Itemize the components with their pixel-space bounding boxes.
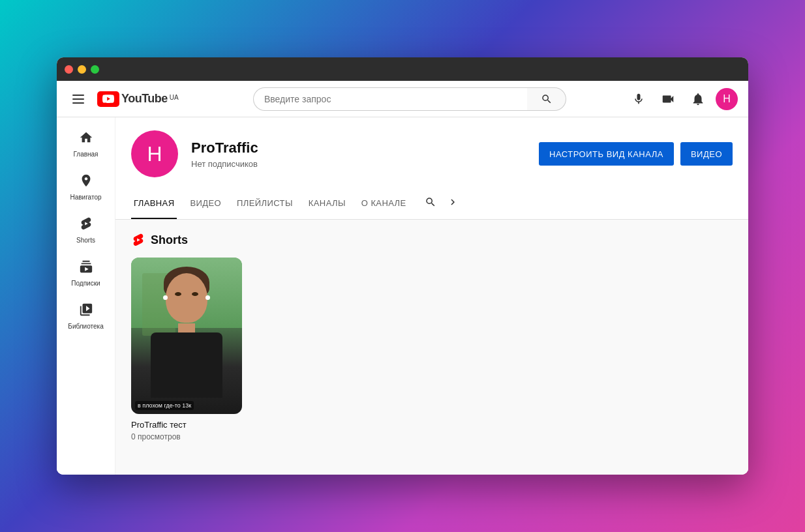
channel-content-area: H ProTraffic Нет подписчиков НАСТРОИТЬ В…: [115, 117, 748, 475]
sidebar-library-label: Библиотека: [68, 323, 103, 330]
short-thumbnail-img-1: [131, 258, 242, 414]
tab-search-icon: [425, 196, 436, 208]
microphone-button[interactable]: [627, 87, 650, 111]
short-overlay-text-1: в плохом где-то 13к: [135, 401, 194, 410]
notifications-button[interactable]: [686, 87, 710, 111]
sidebar: Главная Навигатор Shorts: [57, 117, 115, 475]
shirt: [151, 332, 222, 398]
video-button[interactable]: ВИДЕО: [680, 142, 733, 166]
sidebar-home-label: Главная: [73, 151, 98, 158]
browser-titlebar: [57, 57, 748, 81]
short-views-1: 0 просмотров: [131, 432, 242, 441]
short-card-1[interactable]: в плохом где-то 13к ProTraffic тест 0 пр…: [131, 258, 242, 441]
bell-icon: [691, 92, 705, 106]
create-button[interactable]: [656, 87, 680, 111]
search-icon: [541, 93, 553, 105]
channel-details: ProTraffic Нет подписчиков: [191, 140, 258, 169]
sidebar-item-subscriptions[interactable]: Подписки: [60, 252, 112, 295]
header-left: YouTube UA: [67, 89, 198, 109]
menu-button[interactable]: [67, 89, 89, 109]
channel-name: ProTraffic: [191, 140, 258, 156]
tab-home[interactable]: ГЛАВНАЯ: [131, 188, 177, 219]
hamburger-line-3: [72, 102, 84, 104]
shorts-nav-icon: [79, 216, 93, 234]
shorts-section-title: Shorts: [151, 233, 188, 247]
traffic-light-red[interactable]: [65, 65, 73, 74]
tab-channels[interactable]: КАНАЛЫ: [306, 188, 348, 219]
chevron-right-icon: [447, 196, 459, 208]
sidebar-item-home[interactable]: Главная: [60, 123, 112, 166]
youtube-logo-country: UA: [170, 94, 179, 101]
sidebar-shorts-label: Shorts: [76, 237, 95, 244]
explore-icon: [79, 173, 93, 191]
channel-avatar: H: [131, 130, 178, 177]
short-thumbnail-1: в плохом где-то 13к: [131, 258, 242, 414]
channel-actions: НАСТРОИТЬ ВИД КАНАЛА ВИДЕО: [539, 142, 733, 166]
sidebar-item-explore[interactable]: Навигатор: [60, 166, 112, 209]
channel-info-left: H ProTraffic Нет подписчиков: [131, 130, 258, 177]
face: [166, 273, 207, 323]
channel-subscribers: Нет подписчиков: [191, 159, 258, 169]
traffic-light-yellow[interactable]: [78, 65, 86, 74]
home-icon: [79, 130, 93, 148]
right-eye: [192, 292, 198, 296]
yt-main: Главная Навигатор Shorts: [57, 117, 748, 475]
traffic-light-green[interactable]: [91, 65, 99, 74]
hamburger-line-2: [72, 98, 84, 100]
tab-more-button[interactable]: [442, 191, 464, 216]
traffic-lights: [65, 65, 99, 74]
channel-info-row: H ProTraffic Нет подписчиков НАСТРОИТЬ В…: [131, 130, 733, 177]
search-input[interactable]: [253, 87, 527, 111]
youtube-logo-text: YouTube: [121, 92, 168, 106]
tab-playlists[interactable]: ПЛЕЙЛИСТЫ: [234, 188, 296, 219]
youtube-app: YouTube UA: [57, 81, 748, 475]
left-eye: [175, 292, 181, 296]
library-icon: [79, 303, 93, 320]
youtube-logo[interactable]: YouTube UA: [97, 91, 179, 107]
channel-header: H ProTraffic Нет подписчиков НАСТРОИТЬ В…: [115, 117, 748, 220]
tab-about[interactable]: О КАНАЛЕ: [359, 188, 409, 219]
create-icon: [661, 92, 675, 106]
shorts-section-icon: [131, 233, 145, 247]
sidebar-item-library[interactable]: Библиотека: [60, 295, 112, 338]
youtube-logo-icon: [97, 91, 119, 107]
yt-header: YouTube UA: [57, 81, 748, 117]
right-earbud: [205, 295, 210, 300]
sidebar-item-shorts[interactable]: Shorts: [60, 209, 112, 252]
search-bar: [253, 87, 566, 111]
channel-main-content: Shorts: [115, 220, 748, 454]
short-title-1: ProTraffic тест: [131, 419, 242, 431]
tab-search-button[interactable]: [419, 191, 442, 216]
shorts-grid: в плохом где-то 13к ProTraffic тест 0 пр…: [131, 258, 733, 441]
sidebar-subscriptions-label: Подписки: [71, 280, 100, 287]
search-button[interactable]: [527, 87, 566, 111]
youtube-play-icon: [102, 95, 114, 104]
user-avatar[interactable]: H: [716, 88, 738, 110]
shorts-section-header: Shorts: [131, 233, 733, 247]
microphone-icon: [632, 93, 645, 106]
hamburger-line-1: [72, 95, 84, 96]
channel-tabs: ГЛАВНАЯ ВИДЕО ПЛЕЙЛИСТЫ КАНАЛЫ О КАНАЛЕ: [131, 188, 733, 219]
customize-channel-button[interactable]: НАСТРОИТЬ ВИД КАНАЛА: [539, 142, 674, 166]
tab-videos[interactable]: ВИДЕО: [187, 188, 224, 219]
subscriptions-icon: [79, 259, 93, 277]
sidebar-explore-label: Навигатор: [70, 194, 101, 201]
header-right: H: [627, 87, 738, 111]
left-earbud: [163, 295, 168, 300]
browser-window: YouTube UA: [57, 57, 748, 475]
